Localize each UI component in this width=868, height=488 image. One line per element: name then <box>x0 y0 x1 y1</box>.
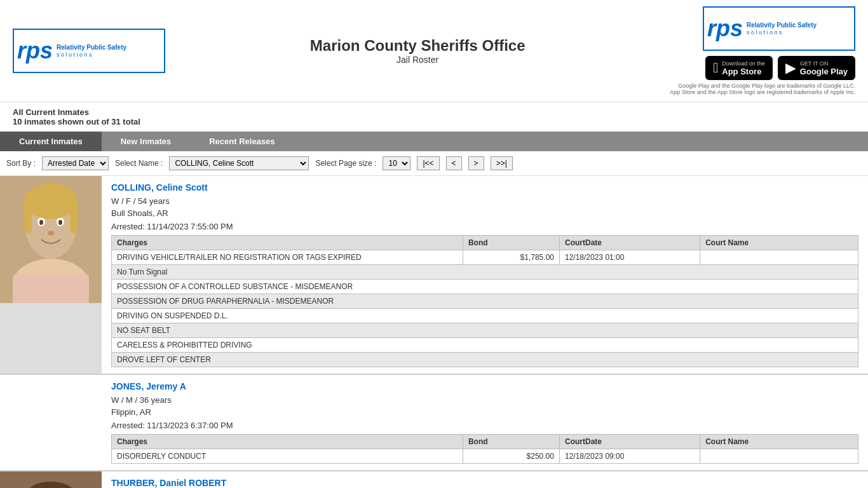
svg-rect-9 <box>24 201 32 233</box>
nav-first-button[interactable]: |<< <box>417 156 439 170</box>
inmate-name: THURBER, Daniel ROBERT <box>111 478 858 488</box>
logo-rps-left: rps <box>17 37 53 64</box>
info-bar: All Current Inmates 10 inmates shown out… <box>0 102 868 132</box>
name-label: Select Name : <box>115 159 163 168</box>
page-title: Marion County Sheriffs Office <box>310 37 526 55</box>
tab-recent-releases[interactable]: Recent Releases <box>190 132 294 151</box>
tab-current-inmates[interactable]: Current Inmates <box>0 132 102 151</box>
inmate-info: THURBER, Daniel ROBERT W / M / 49 years … <box>102 471 868 488</box>
inmate-no-photo <box>0 375 102 470</box>
court-date-cell: 12/18/2023 09:00 <box>559 449 700 464</box>
court-date-header: CourtDate <box>559 435 700 449</box>
logo-left: rps Relativity Public Safety s o l u t i… <box>13 29 165 73</box>
name-select[interactable]: COLLING, Celine Scott <box>169 156 309 170</box>
google-play-button[interactable]: ▶ GET IT ON Google Play <box>778 56 855 80</box>
court-name-cell <box>700 449 858 464</box>
charges-header: Charges <box>112 236 463 250</box>
app-buttons:  Download on the App Store ▶ GET IT ON … <box>705 56 855 80</box>
inmate-arrested: Arrested: 11/13/2023 6:37:00 PM <box>111 421 858 430</box>
app-store-label-top: Download on the <box>722 60 765 67</box>
sort-select[interactable]: Arrested Date <box>42 156 109 170</box>
inmates-list: COLLING, Celine Scott W / F / 54 years B… <box>0 176 868 488</box>
google-play-icon: ▶ <box>785 60 796 76</box>
tab-new-inmates[interactable]: New Inmates <box>102 132 190 151</box>
inmate-location: Flippin, AR <box>111 407 858 417</box>
google-play-label-top: GET IT ON <box>800 60 848 67</box>
controls-bar: Sort By : Arrested Date Select Name : CO… <box>0 151 868 176</box>
inmate-demographics: W / M / 36 years <box>111 395 858 405</box>
logo-right: rps Relativity Public Safety s o l u t i… <box>703 6 855 51</box>
bond-cell: $250.00 <box>463 449 559 464</box>
court-name-header: Court Name <box>700 236 858 250</box>
page-header: rps Relativity Public Safety s o l u t i… <box>0 0 868 102</box>
inmate-info: JONES, Jeremy A W / M / 36 years Flippin… <box>102 375 868 470</box>
charges-header: Charges <box>112 435 463 449</box>
header-right-top: rps Relativity Public Safety s o l u t i… <box>703 6 855 51</box>
inmate-info: COLLING, Celine Scott W / F / 54 years B… <box>102 176 868 374</box>
svg-point-6 <box>58 220 62 225</box>
svg-rect-10 <box>70 201 78 233</box>
inmate-record: COLLING, Celine Scott W / F / 54 years B… <box>0 176 868 375</box>
svg-point-8 <box>24 184 78 219</box>
nav-prev-button[interactable]: < <box>446 156 462 170</box>
charge-cell: DISORDERLY CONDUCT <box>112 449 463 464</box>
app-store-label-main: App Store <box>722 67 765 76</box>
inmate-photo <box>0 471 102 488</box>
bond-cell: $1,785.00 <box>463 250 559 265</box>
header-title-area: Marion County Sheriffs Office Jail Roste… <box>310 37 526 65</box>
google-play-label-main: Google Play <box>800 67 848 76</box>
page-subtitle: Jail Roster <box>310 55 526 65</box>
inmate-name: JONES, Jeremy A <box>111 381 858 391</box>
inmate-record: THURBER, Daniel ROBERT W / M / 49 years … <box>0 471 868 488</box>
charge-cell: DRIVING ON SUSPENDED D.L. <box>112 309 858 323</box>
svg-point-7 <box>48 231 54 236</box>
svg-point-5 <box>39 220 43 225</box>
page-size-label: Select Page size : <box>315 159 376 168</box>
inmate-arrested: Arrested: 11/14/2023 7:55:00 PM <box>111 222 858 231</box>
charge-cell: NO SEAT BELT <box>112 323 858 338</box>
nav-last-button[interactable]: >>| <box>491 156 513 170</box>
court-date-cell: 12/18/2023 01:00 <box>559 250 700 265</box>
charge-cell: POSSESSION OF A CONTROLLED SUBSTANCE - M… <box>112 280 858 294</box>
court-name-cell <box>700 250 858 265</box>
svg-rect-11 <box>13 274 89 303</box>
apple-icon:  <box>713 60 718 76</box>
nav-tabs: Current Inmates New Inmates Recent Relea… <box>0 132 868 151</box>
charge-cell: No Turn Signal <box>112 265 858 280</box>
sort-label: Sort By : <box>6 159 36 168</box>
charge-cell: DROVE LEFT OF CENTER <box>112 353 858 367</box>
info-line2: 10 inmates shown out of 31 total <box>13 117 855 126</box>
app-store-button[interactable]:  Download on the App Store <box>705 56 773 80</box>
app-store-note: Google Play and the Google Play logo are… <box>670 83 855 95</box>
court-date-header: CourtDate <box>559 236 700 250</box>
inmate-demographics: W / F / 54 years <box>111 196 858 206</box>
page-size-select[interactable]: 10 <box>383 156 410 170</box>
charge-cell: POSSESSION OF DRUG PARAPHERNALIA - MISDE… <box>112 294 858 309</box>
inmate-record: JONES, Jeremy A W / M / 36 years Flippin… <box>0 375 868 471</box>
bond-header: Bond <box>463 435 559 449</box>
charges-table: Charges Bond CourtDate Court Name DRIVIN… <box>111 235 858 367</box>
logo-rps-right: rps <box>707 15 743 42</box>
charge-cell: CARELESS & PROHIBITTED DRIVING <box>112 338 858 353</box>
info-line1: All Current Inmates <box>13 107 855 117</box>
inmate-photo <box>0 176 102 374</box>
logo-text-right: Relativity Public Safety s o l u t i o n… <box>747 21 817 37</box>
logo-text-left: Relativity Public Safety s o l u t i o n… <box>57 43 126 59</box>
bond-header: Bond <box>463 236 559 250</box>
nav-next-button[interactable]: > <box>468 156 484 170</box>
charges-table: Charges Bond CourtDate Court Name DISORD… <box>111 434 858 464</box>
inmate-location: Bull Shoals, AR <box>111 208 858 218</box>
court-name-header: Court Name <box>700 435 858 449</box>
charge-cell: DRIVING VEHICLE/TRAILER NO REGISTRATION … <box>112 250 463 265</box>
header-right: rps Relativity Public Safety s o l u t i… <box>670 6 855 95</box>
inmate-name: COLLING, Celine Scott <box>111 182 858 193</box>
